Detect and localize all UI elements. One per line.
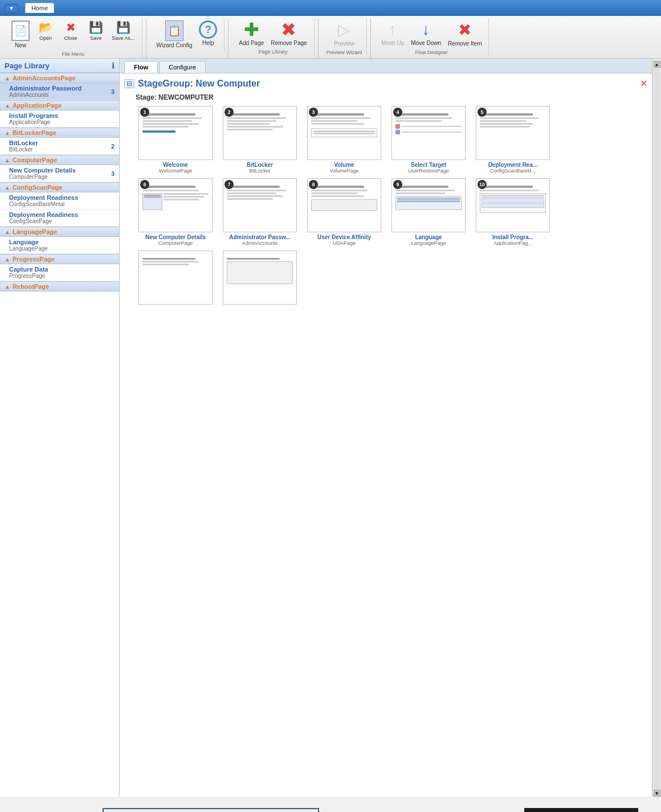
wizard-page-type-selecttarget: UserRestorePage	[408, 168, 449, 174]
wizard-page-name-newcomputerdetails: New Computer Details	[145, 234, 206, 240]
app-button[interactable]: ▼	[5, 4, 18, 13]
ribbon-group-pagelibrary: ✚ Add Page ✖ Remove Page Page Library	[232, 18, 314, 56]
preview-button[interactable]: ▷ Preview	[332, 19, 357, 48]
wizard-page-installprograms[interactable]: 10 Install Progra...	[473, 178, 553, 246]
sidebar-section-header-adminaccounts: ▲ AdminAccountsPage	[0, 73, 119, 83]
wizard-page-volume[interactable]: 3 Volume VolumePage	[304, 106, 384, 174]
wizard-page-extra1[interactable]	[136, 251, 215, 305]
sidebar-item-computerdetails-name: New Computer Details	[9, 167, 76, 174]
sidebar-section-computerpage: ▲ ComputerPage New Computer Details Comp…	[0, 155, 119, 182]
sidebar-item-bitlocker-type: BitLocker	[9, 146, 38, 153]
wizard-page-thumb-deployready: 5	[476, 106, 550, 160]
move-down-label: Move Down	[411, 40, 441, 47]
thumb-content-2	[223, 106, 296, 134]
move-down-button[interactable]: ↓ Move Down	[409, 19, 443, 48]
close-icon: ✖	[66, 20, 76, 34]
sidebar-item-deployreadiness2[interactable]: Deployment Readiness ConfigScanPage	[0, 210, 119, 227]
wizard-page-welcome[interactable]: 1 Welcome WelcomePage	[136, 106, 215, 174]
tab-configure[interactable]: Configure	[159, 61, 206, 73]
flow-area: ⊟ StageGroup: New Computer ✕ Stage: NEWC…	[120, 73, 652, 797]
thumb-content-1	[139, 106, 212, 136]
sidebar-item-computerdetails-left: New Computer Details ComputerPage	[9, 167, 76, 180]
remove-page-icon: ✖	[281, 20, 296, 39]
saveas-icon: 💾	[116, 20, 130, 34]
page-number-6: 6	[140, 180, 149, 189]
sidebar-item-installprograms[interactable]: Install Programs ApplicationPage	[0, 110, 119, 128]
wizard-page-deployready[interactable]: 5 Deployment Rea... ConfigScanBareM...	[473, 106, 553, 174]
thumb-content-9	[392, 179, 465, 212]
wizard-page-bitlocker[interactable]: 2 BitLocker BitLocker	[220, 106, 300, 174]
move-down-icon: ↓	[422, 20, 430, 39]
info-icon[interactable]: ℹ	[112, 61, 115, 70]
configscan-section-title: ConfigScanPage	[13, 184, 62, 191]
section-collapse-icon-computer: ▲	[5, 157, 10, 163]
open-button[interactable]: 📂 Open	[34, 19, 57, 43]
sidebar-item-deployreadiness2-left: Deployment Readiness ConfigScanPage	[9, 211, 78, 224]
remove-item-button[interactable]: ✖ Remove Item	[446, 19, 484, 48]
progresspage-section-title: ProgressPage	[13, 256, 55, 263]
scroll-down-icon[interactable]: ▼	[654, 790, 660, 797]
wizard-page-language[interactable]: 9 Language Langua	[389, 178, 468, 246]
save-icon: 💾	[89, 20, 103, 34]
sidebar-item-language-type: LanguagePage	[9, 245, 48, 252]
wizard-page-adminpassword[interactable]: 7 Administrator Passw... AdminAccounts	[220, 178, 300, 246]
stage-group-expand-icon[interactable]: ⊟	[124, 79, 134, 88]
page-number-1: 1	[140, 108, 149, 117]
ribbon-pagelibrary-items: ✚ Add Page ✖ Remove Page	[236, 19, 309, 48]
wizard-page-type-language: LanguagePage	[411, 240, 446, 246]
sidebar-item-capturedata[interactable]: Capture Data ProgressPage	[0, 264, 119, 281]
wizard-config-icon: 📋	[165, 20, 183, 41]
wizard-page-thumb-volume: 3	[307, 106, 381, 160]
wizard-page-newcomputerdetails[interactable]: 6	[136, 178, 215, 246]
sidebar-item-deployreadiness1-type: ConfigScanBareMetal	[9, 201, 78, 207]
wizard-config-button[interactable]: 📋 Wizard Config	[154, 19, 195, 50]
sidebar-item-adminpassword-type: AdminAccounts	[9, 92, 81, 98]
wizard-page-type-deployready: ConfigScanBareM...	[490, 168, 536, 174]
save-label: Save	[90, 35, 102, 42]
scroll-up-icon[interactable]: ▲	[654, 61, 660, 68]
saveas-button[interactable]: 💾 Save As...	[109, 19, 137, 43]
wizard-page-userdeviceaffinity[interactable]: 8 User Device Affinity UDAPage	[304, 178, 384, 246]
wizard-page-thumb-extra2	[223, 251, 297, 305]
close-button[interactable]: ✖ Close	[59, 19, 82, 43]
help-button[interactable]: ? Help	[197, 19, 219, 48]
sep3	[318, 18, 319, 58]
tab-flow[interactable]: Flow	[124, 61, 158, 73]
page-number-2: 2	[225, 108, 234, 117]
sidebar-item-language[interactable]: Language LanguagePage	[0, 237, 119, 254]
stage-group-title: StageGroup: New Computer	[138, 79, 260, 89]
stage-group-close-icon[interactable]: ✕	[640, 78, 647, 89]
save-button[interactable]: 💾 Save	[84, 19, 107, 43]
wizard-page-extra2[interactable]	[220, 251, 300, 305]
sidebar-item-bitlocker[interactable]: BitLocker BitLocker 2	[0, 138, 119, 155]
wizard-page-selecttarget[interactable]: 4	[389, 106, 468, 174]
sidebar-item-language-name: Language	[9, 239, 48, 245]
page-number-10: 10	[478, 180, 487, 189]
right-scrollbar[interactable]: ▲ ▼	[652, 59, 661, 797]
remove-page-button[interactable]: ✖ Remove Page	[268, 19, 309, 48]
sidebar-item-adminpassword[interactable]: Administrator Password AdminAccounts 3	[0, 83, 119, 100]
sidebar-item-computerdetails-count: 3	[111, 170, 115, 177]
add-page-icon: ✚	[244, 20, 259, 39]
right-callouts: Number of Times Page Is Used Multiple In…	[524, 808, 638, 812]
wizard-page-thumb-adminpassword: 7	[223, 178, 297, 232]
sidebar-item-computerdetails[interactable]: New Computer Details ComputerPage 3	[0, 165, 119, 182]
preview-group-label: Preview Wizard	[327, 50, 362, 55]
move-up-button[interactable]: ↑ Move Up	[379, 19, 406, 48]
add-page-button[interactable]: ✚ Add Page	[236, 19, 266, 48]
sidebar-item-deployreadiness1-name: Deployment Readiness	[9, 194, 78, 201]
thumb-content-extra1	[139, 251, 212, 269]
add-page-label: Add Page	[239, 40, 264, 47]
sidebar-section-header-progress: ▲ ProgressPage	[0, 254, 119, 264]
new-button[interactable]: 📄 New	[9, 19, 32, 50]
pagelibrary-group-label: Page Library	[258, 49, 287, 55]
sidebar-item-deployreadiness1[interactable]: Deployment Readiness ConfigScanBareMetal	[0, 192, 119, 210]
wizard-page-type-adminpassword: AdminAccounts	[242, 240, 278, 246]
sidebar-section-header-computerpage: ▲ ComputerPage	[0, 155, 119, 165]
home-tab[interactable]: Home	[25, 3, 54, 13]
wizard-pages-row3	[136, 251, 647, 305]
page-number-8: 8	[309, 180, 318, 189]
open-label: Open	[39, 35, 52, 42]
sidebar-section-header-language: ▲ LanguagePage	[0, 227, 119, 237]
new-icon: 📄	[11, 20, 30, 41]
